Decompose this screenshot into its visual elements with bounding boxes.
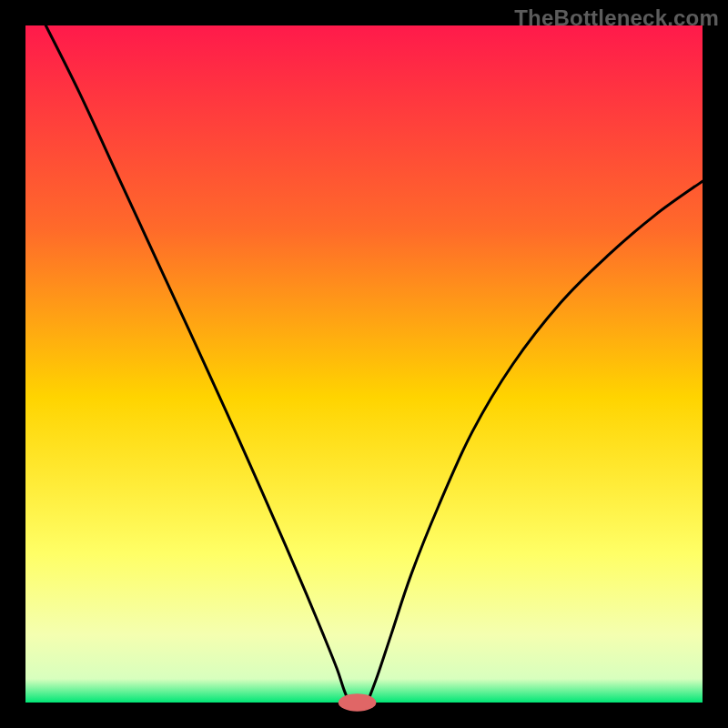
minimum-marker — [339, 693, 377, 711]
chart-frame: TheBottleneck.com — [0, 0, 728, 728]
chart-svg — [0, 0, 728, 728]
watermark-text: TheBottleneck.com — [514, 5, 719, 31]
plot-background — [25, 25, 703, 703]
